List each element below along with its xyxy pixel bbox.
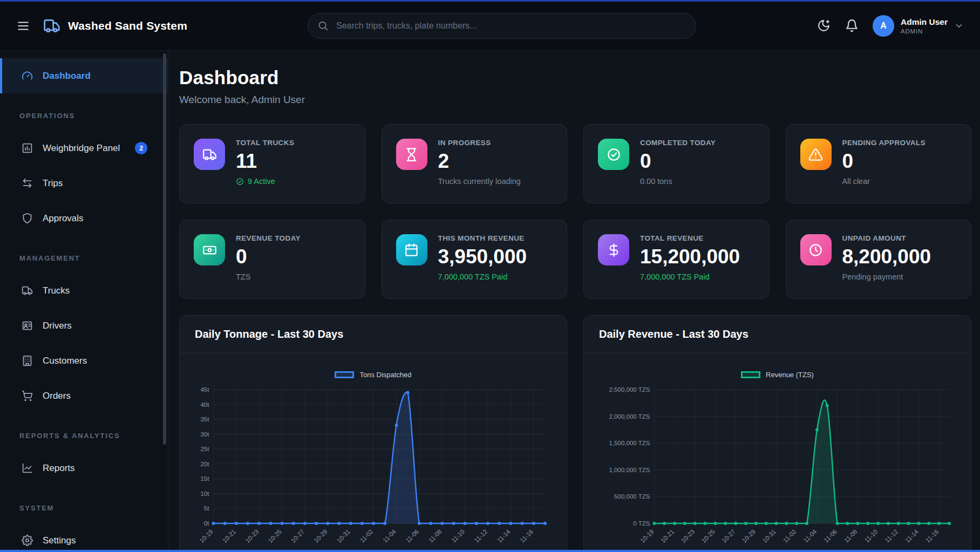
stat-card-unpaid-amount: UNPAID AMOUNT8,200,000Pending payment: [786, 220, 972, 299]
svg-text:0 TZS: 0 TZS: [633, 520, 650, 527]
sidebar-item-dashboard[interactable]: Dashboard: [0, 58, 168, 93]
search-bar: [308, 13, 696, 39]
svg-text:11-04: 11-04: [382, 528, 397, 544]
stat-value: 15,200,000: [640, 246, 740, 268]
sidebar-item-trucks[interactable]: Trucks: [0, 273, 168, 308]
svg-text:500,000 TZS: 500,000 TZS: [614, 493, 650, 500]
stat-subtext: 7,000,000 TZS Paid: [438, 272, 527, 281]
stat-value: 0: [640, 150, 716, 172]
brand: Washed Sand System: [43, 17, 187, 35]
svg-text:0t: 0t: [204, 520, 209, 527]
svg-text:10-23: 10-23: [680, 528, 696, 544]
stat-value: 3,950,000: [438, 246, 527, 268]
stat-label: IN PROGRESS: [438, 139, 521, 147]
sidebar-item-customers[interactable]: Customers: [0, 343, 168, 378]
svg-text:2,000,000 TZS: 2,000,000 TZS: [609, 413, 650, 420]
dark-mode-toggle[interactable]: [816, 19, 831, 33]
bell-icon: [845, 19, 859, 32]
stat-value: 8,200,000: [842, 246, 931, 268]
chart-legend[interactable]: Tons Dispatched: [193, 371, 554, 379]
approvals-shield-icon: [22, 213, 33, 224]
main-content: Dashboard Welcome back, Admin User TOTAL…: [168, 51, 980, 552]
svg-text:25t: 25t: [200, 446, 209, 452]
legend-swatch: [335, 371, 354, 378]
stat-label: UNPAID AMOUNT: [842, 234, 931, 242]
stat-subtext: Trucks currently loading: [438, 177, 521, 186]
stat-body: TOTAL TRUCKS119 Active: [236, 139, 294, 189]
notification-badge: 2: [135, 142, 147, 154]
stat-card-total-revenue: TOTAL REVENUE15,200,0007,000,000 TZS Pai…: [583, 220, 770, 299]
sidebar-item-trips[interactable]: Trips: [0, 166, 168, 201]
svg-text:15t: 15t: [200, 475, 209, 482]
truck-logo-icon: [43, 17, 60, 35]
stat-body: TOTAL REVENUE15,200,0007,000,000 TZS Pai…: [640, 234, 740, 284]
user-text: Admin User ADMIN: [901, 17, 948, 35]
svg-text:5t: 5t: [204, 505, 209, 512]
avatar: A: [873, 15, 894, 37]
notifications-button[interactable]: [845, 19, 859, 33]
chart-legend[interactable]: Revenue (TZS): [597, 371, 958, 379]
svg-text:10-25: 10-25: [267, 528, 283, 544]
sidebar-item-label: Weighbridge Panel: [43, 143, 120, 154]
stat-value: 11: [236, 150, 294, 172]
stat-subtext: Pending payment: [842, 272, 931, 281]
sidebar-scrollbar-thumb[interactable]: [163, 53, 166, 445]
sidebar-item-reports[interactable]: Reports: [0, 451, 168, 486]
sidebar-item-weighbridge-panel[interactable]: Weighbridge Panel2: [0, 131, 168, 166]
menu-button[interactable]: [16, 19, 30, 33]
weighbridge-icon: [22, 142, 33, 154]
chart-header: Daily Tonnage - Last 30 Days: [180, 316, 567, 353]
cash-icon: [194, 234, 225, 265]
settings-gear-icon: [22, 535, 33, 546]
stat-card-this-month-revenue: THIS MONTH REVENUE3,950,0007,000,000 TZS…: [382, 220, 568, 299]
search-area: [200, 13, 804, 39]
check-circle-icon: [236, 178, 244, 186]
stat-body: REVENUE TODAY0TZS: [236, 234, 301, 284]
svg-text:11-10: 11-10: [450, 528, 466, 544]
reports-chart-icon: [22, 462, 33, 474]
stat-label: COMPLETED TODAY: [640, 139, 716, 147]
sidebar-section-heading: REPORTS & ANALYTICS: [19, 432, 168, 440]
svg-text:2,500,000 TZS: 2,500,000 TZS: [609, 386, 650, 393]
svg-text:45t: 45t: [200, 386, 209, 393]
svg-text:11-12: 11-12: [884, 528, 900, 544]
calendar-icon: [396, 234, 427, 265]
svg-text:11-14: 11-14: [496, 528, 512, 544]
svg-text:10-27: 10-27: [290, 528, 305, 544]
trucks-icon: [22, 285, 33, 296]
stat-card-in-progress: IN PROGRESS2Trucks currently loading: [382, 124, 568, 203]
stat-body: UNPAID AMOUNT8,200,000Pending payment: [842, 234, 931, 284]
stat-value: 0: [842, 150, 926, 172]
svg-text:20t: 20t: [200, 461, 209, 467]
sidebar-item-drivers[interactable]: Drivers: [0, 308, 168, 343]
chart-body: Tons Dispatched0t5t10t15t20t25t30t35t40t…: [180, 353, 567, 552]
user-menu[interactable]: A Admin User ADMIN: [873, 15, 964, 37]
sidebar-nav: DashboardOPERATIONSWeighbridge Panel2Tri…: [0, 58, 168, 552]
stat-subtext: 0.00 tons: [640, 177, 716, 186]
search-icon: [317, 20, 329, 31]
chart-canvas: 0t5t10t15t20t25t30t35t40t45t10-1910-2110…: [193, 384, 554, 552]
drivers-icon: [22, 320, 33, 331]
svg-text:11-08: 11-08: [843, 528, 859, 544]
sidebar-item-orders[interactable]: Orders: [0, 378, 168, 413]
svg-text:10-23: 10-23: [244, 528, 260, 544]
bottom-accent-bar: [0, 550, 980, 552]
stat-subtext: All clear: [842, 177, 926, 186]
stat-label: THIS MONTH REVENUE: [438, 234, 527, 242]
search-input[interactable]: [308, 13, 696, 39]
sidebar-item-approvals[interactable]: Approvals: [0, 201, 168, 236]
top-bar: Washed Sand System A Admin User ADMIN: [0, 2, 980, 51]
stat-label: REVENUE TODAY: [236, 234, 301, 242]
welcome-subtitle: Welcome back, Admin User: [179, 94, 971, 106]
sidebar-item-label: Orders: [43, 391, 71, 401]
svg-text:11-08: 11-08: [427, 528, 443, 544]
stat-subtext: 7,000,000 TZS Paid: [640, 272, 740, 281]
orders-cart-icon: [22, 390, 33, 401]
svg-text:10-29: 10-29: [312, 528, 328, 544]
sidebar-item-settings[interactable]: Settings: [0, 523, 168, 552]
legend-swatch: [741, 371, 760, 378]
customers-icon: [22, 355, 33, 366]
svg-text:10-31: 10-31: [336, 528, 351, 544]
chart-title: Daily Tonnage - Last 30 Days: [195, 328, 552, 340]
svg-text:30t: 30t: [200, 431, 209, 438]
